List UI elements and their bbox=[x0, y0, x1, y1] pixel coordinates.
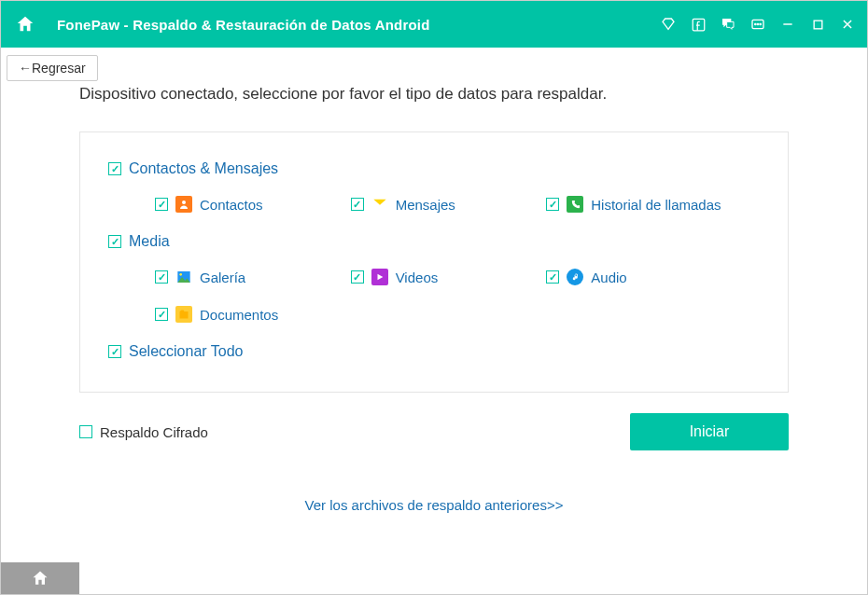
svg-point-9 bbox=[182, 201, 186, 204]
group-media: Media bbox=[108, 233, 760, 250]
menu-icon[interactable] bbox=[749, 16, 766, 33]
items-row-contacts-messages: Contactos Mensajes Historial de llamadas bbox=[108, 196, 760, 213]
gallery-icon bbox=[175, 269, 192, 285]
svg-point-11 bbox=[179, 273, 182, 276]
item-messages: Mensajes bbox=[351, 196, 547, 213]
select-all-row: Seleccionar Todo bbox=[108, 343, 760, 360]
window-title: FonePaw - Respaldo & Restauración de Dat… bbox=[57, 17, 430, 33]
item-documents: Documentos bbox=[155, 306, 360, 323]
contacts-icon bbox=[175, 196, 192, 213]
item-label: Audio bbox=[591, 270, 626, 285]
feedback-icon[interactable] bbox=[720, 16, 736, 33]
item-label: Mensajes bbox=[396, 197, 455, 213]
svg-point-4 bbox=[760, 23, 761, 24]
data-type-panel: Contactos & Mensajes Contactos Mensajes … bbox=[79, 131, 789, 393]
phone-icon bbox=[567, 196, 583, 213]
svg-rect-6 bbox=[814, 21, 822, 29]
videos-icon bbox=[371, 269, 388, 285]
checkbox-messages[interactable] bbox=[351, 198, 364, 211]
start-button[interactable]: Iniciar bbox=[630, 413, 789, 450]
gem-icon[interactable] bbox=[660, 16, 677, 33]
checkbox-media[interactable] bbox=[108, 235, 121, 248]
checkbox-videos[interactable] bbox=[351, 270, 364, 284]
titlebar-actions bbox=[660, 16, 856, 33]
group-label: Contactos & Mensajes bbox=[129, 160, 278, 177]
item-label: Galería bbox=[200, 270, 245, 285]
footer-row: Respaldo Cifrado Iniciar bbox=[79, 413, 789, 450]
checkbox-documents[interactable] bbox=[155, 308, 168, 321]
facebook-icon[interactable] bbox=[690, 16, 707, 33]
item-videos: Videos bbox=[351, 269, 547, 285]
home-icon[interactable] bbox=[12, 11, 38, 37]
item-contacts: Contactos bbox=[155, 196, 351, 213]
select-all-label: Seleccionar Todo bbox=[129, 343, 243, 360]
checkbox-audio[interactable] bbox=[546, 270, 559, 284]
group-label: Media bbox=[129, 233, 170, 250]
checkbox-encrypted-backup[interactable] bbox=[79, 425, 92, 438]
svg-point-2 bbox=[755, 23, 756, 24]
close-icon[interactable] bbox=[839, 16, 856, 33]
item-label: Videos bbox=[396, 270, 439, 285]
items-row-media-2: Documentos bbox=[108, 306, 760, 323]
title-subtitle: Respaldo & Restauración de Datos Android bbox=[133, 17, 429, 33]
title-separator: - bbox=[119, 17, 133, 33]
back-button[interactable]: ←Regresar bbox=[7, 55, 98, 81]
title-brand: FonePaw bbox=[57, 17, 119, 33]
bottom-home-button[interactable] bbox=[1, 562, 79, 594]
item-audio: Audio bbox=[546, 269, 760, 285]
minimize-icon[interactable] bbox=[779, 16, 796, 33]
group-contacts-messages: Contactos & Mensajes bbox=[108, 160, 760, 177]
checkbox-contacts-messages[interactable] bbox=[108, 162, 121, 175]
documents-icon bbox=[175, 306, 192, 323]
items-row-media-1: Galería Videos Audio bbox=[108, 269, 760, 285]
encrypted-backup-label: Respaldo Cifrado bbox=[100, 424, 208, 440]
item-call-log: Historial de llamadas bbox=[546, 196, 760, 213]
item-label: Documentos bbox=[200, 307, 278, 323]
checkbox-select-all[interactable] bbox=[108, 345, 121, 358]
instruction-text: Dispositivo conectado, seleccione por fa… bbox=[79, 85, 789, 104]
checkbox-gallery[interactable] bbox=[155, 270, 168, 284]
audio-icon bbox=[567, 269, 583, 285]
previous-backups-link[interactable]: Ver los archivos de respaldo anteriores>… bbox=[79, 497, 789, 513]
item-label: Contactos bbox=[200, 197, 263, 213]
checkbox-contacts[interactable] bbox=[155, 198, 168, 211]
messages-icon bbox=[371, 196, 388, 213]
svg-point-3 bbox=[757, 23, 758, 24]
titlebar: FonePaw - Respaldo & Restauración de Dat… bbox=[1, 1, 867, 48]
checkbox-call-log[interactable] bbox=[546, 198, 559, 211]
item-label: Historial de llamadas bbox=[591, 197, 721, 213]
maximize-icon[interactable] bbox=[809, 16, 826, 33]
item-gallery: Galería bbox=[155, 269, 351, 285]
